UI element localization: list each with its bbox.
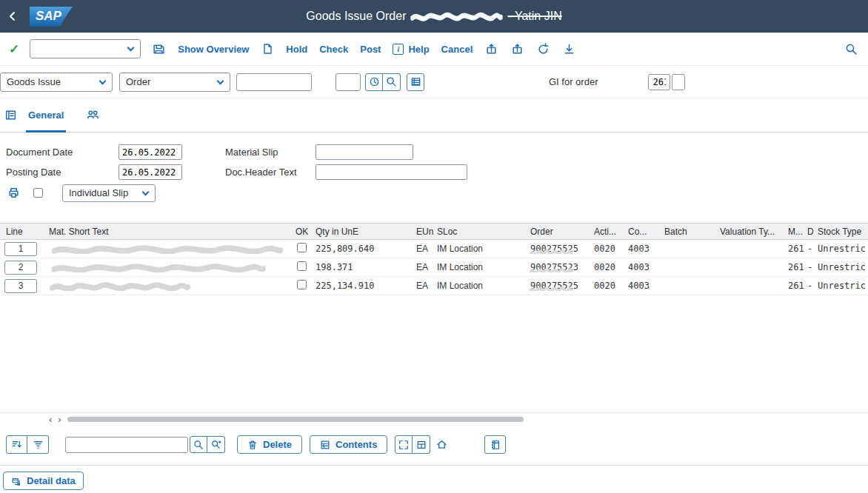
- ok-checkbox[interactable]: [297, 243, 307, 252]
- company-cell: 4003: [625, 262, 661, 272]
- home-icon: [436, 439, 447, 450]
- selection-bar: Goods Issue Order GI for order: [0, 66, 868, 98]
- doc-header-text-input[interactable]: [316, 164, 467, 180]
- line-select-button[interactable]: 1: [4, 242, 37, 256]
- material-text-redacted: [46, 263, 293, 272]
- show-overview-button[interactable]: Show Overview: [177, 42, 250, 56]
- back-button[interactable]: [0, 10, 25, 22]
- redaction-scribble: [49, 281, 191, 291]
- line-select-button[interactable]: 2: [4, 261, 37, 275]
- command-input[interactable]: [30, 40, 125, 58]
- find-button[interactable]: [190, 436, 207, 453]
- delete-label: Delete: [263, 439, 292, 450]
- tab-partners[interactable]: [85, 107, 101, 123]
- item-number-input[interactable]: [335, 73, 361, 91]
- sort-ascending-button[interactable]: [6, 435, 27, 454]
- detail-window-icon: [11, 476, 21, 486]
- sloc-cell: IM Location: [434, 244, 527, 254]
- check-button[interactable]: Check: [318, 42, 349, 56]
- find-group: [365, 73, 401, 91]
- col-header: Co...: [625, 227, 661, 237]
- log-button[interactable]: [484, 435, 506, 454]
- col-header: Qty in UnE: [313, 227, 413, 237]
- fullscreen-button[interactable]: [395, 435, 413, 454]
- copy-button[interactable]: [260, 41, 275, 56]
- order-cell: 900275525: [527, 281, 591, 291]
- company-cell: 4003: [625, 281, 661, 291]
- contents-button[interactable]: Contents: [310, 435, 387, 454]
- end-session-button[interactable]: [561, 41, 577, 57]
- line-select-button[interactable]: 3: [4, 279, 37, 293]
- search-button[interactable]: [844, 41, 859, 57]
- movement-type-input[interactable]: [648, 74, 670, 90]
- reference-select[interactable]: Order: [119, 73, 230, 92]
- col-header: Valuation Ty...: [717, 227, 785, 237]
- ok-checkbox[interactable]: [297, 280, 307, 289]
- qty-cell: 198.371: [313, 262, 413, 272]
- trash-icon: [247, 440, 258, 450]
- find-button[interactable]: [383, 73, 401, 91]
- redaction-scribble: [530, 249, 572, 254]
- tab-general-label: General: [28, 110, 64, 121]
- recall-button[interactable]: [365, 73, 383, 91]
- download-icon: [563, 43, 575, 56]
- clock-icon: [369, 76, 380, 87]
- table-row: 2 198.371 EA IM Location 900275523 0020 …: [0, 258, 868, 277]
- layout-icon: [416, 440, 427, 450]
- post-button[interactable]: Post: [359, 42, 381, 56]
- search-plus-icon: [211, 440, 221, 450]
- hold-button[interactable]: Hold: [285, 42, 308, 56]
- activity-cell: 0020: [591, 262, 625, 272]
- layout-button[interactable]: [413, 435, 430, 454]
- info-icon: i: [393, 44, 404, 55]
- command-field[interactable]: [30, 39, 141, 58]
- sap-logo[interactable]: SAP: [30, 7, 73, 27]
- print-button[interactable]: [6, 185, 21, 201]
- table-row: 1 225,809.640 EA IM Location 900275525 0…: [0, 240, 868, 258]
- col-header: Order: [527, 227, 591, 237]
- d-cell: -: [804, 281, 815, 291]
- col-header: Acti...: [591, 227, 625, 237]
- table-row: 3 225,134.910 EA IM Location 900275525 0…: [0, 277, 868, 295]
- d-cell: -: [804, 262, 815, 272]
- window-arrow-up-icon: [485, 43, 498, 56]
- list-icon: [410, 76, 421, 87]
- leave-transaction-button[interactable]: [510, 41, 525, 57]
- col-header: Line: [0, 227, 46, 237]
- tab-general[interactable]: General: [26, 98, 66, 132]
- item-list-button[interactable]: [407, 73, 424, 91]
- home-button[interactable]: [435, 437, 449, 452]
- delete-button[interactable]: Delete: [237, 435, 302, 454]
- slip-type-select[interactable]: Individual Slip: [62, 184, 156, 202]
- scroll-left-button[interactable]: ‹: [46, 414, 55, 425]
- special-stock-input[interactable]: [672, 74, 685, 90]
- chevron-down-icon: [127, 44, 135, 52]
- enter-check-icon[interactable]: ✓: [9, 41, 19, 57]
- refresh-button[interactable]: [535, 41, 551, 57]
- col-header: SLoc: [434, 227, 527, 237]
- print-checkbox[interactable]: [33, 188, 43, 198]
- collapse-header-button[interactable]: [3, 107, 19, 123]
- scroll-right-button[interactable]: ›: [55, 414, 64, 425]
- col-header: EUn: [413, 227, 434, 237]
- search-icon: [386, 76, 397, 87]
- redaction-scribble: [49, 244, 286, 254]
- help-button[interactable]: i Help: [392, 42, 430, 56]
- scrollbar-thumb[interactable]: [67, 417, 524, 422]
- find-input[interactable]: [65, 437, 188, 453]
- order-number-input[interactable]: [236, 73, 312, 91]
- posting-date-input[interactable]: [118, 164, 182, 180]
- sloc-cell: IM Location: [434, 281, 527, 291]
- save-button[interactable]: [151, 41, 167, 57]
- find-next-button[interactable]: [207, 436, 225, 453]
- filter-button[interactable]: [27, 435, 49, 454]
- exit-button[interactable]: [484, 41, 499, 57]
- document-date-input[interactable]: [118, 144, 182, 160]
- detail-data-button[interactable]: Detail data: [3, 472, 84, 490]
- action-select[interactable]: Goods Issue: [0, 73, 113, 92]
- ok-checkbox[interactable]: [297, 261, 307, 271]
- material-slip-input[interactable]: [316, 144, 413, 160]
- sap-logo-text: SAP: [36, 9, 61, 24]
- filter-icon: [33, 439, 44, 450]
- cancel-button[interactable]: Cancel: [441, 42, 474, 56]
